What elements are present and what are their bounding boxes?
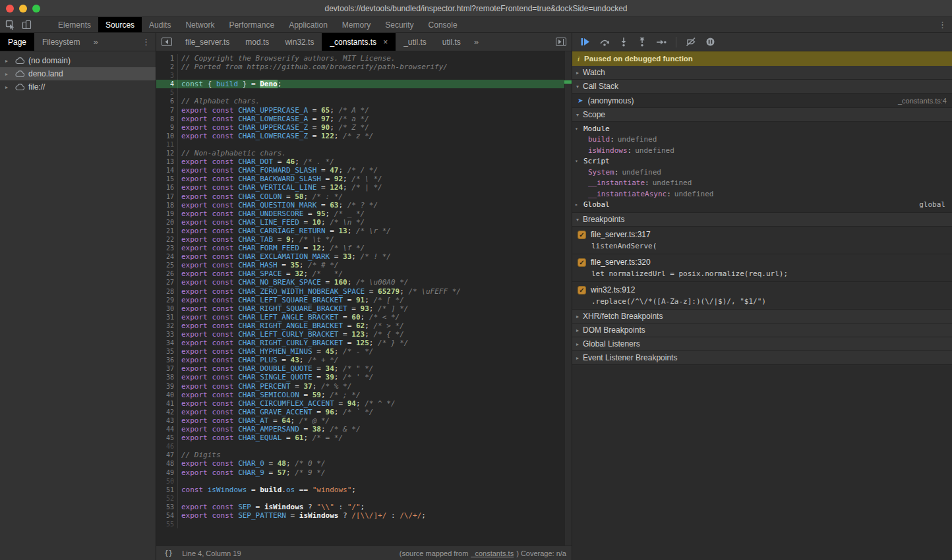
code-line-text[interactable]: export const CHAR_LINE_FEED = 10; /* \n … xyxy=(178,218,365,227)
line-number[interactable]: 55 xyxy=(156,520,178,528)
code-line-text[interactable]: export const CHAR_DOUBLE_QUOTE = 34; /* … xyxy=(178,364,373,373)
breakpoint-snippet[interactable]: listenAndServe( xyxy=(572,240,952,250)
breakpoint-checkbox[interactable]: ✓ xyxy=(578,231,586,239)
code-line-text[interactable]: export const CHAR_PERCENT = 37; /* % */ xyxy=(178,382,351,391)
code-line-text[interactable]: const isWindows = build.os == "windows"; xyxy=(178,486,356,494)
deactivate-breakpoints-icon[interactable] xyxy=(686,37,696,47)
line-number[interactable]: 5 xyxy=(156,88,178,97)
file-tab-util-ts[interactable]: _util.ts xyxy=(396,33,434,51)
line-number[interactable]: 21 xyxy=(156,227,178,235)
line-number[interactable]: 52 xyxy=(156,494,178,503)
code-line-text[interactable]: export const CHAR_NO_BREAK_SPACE = 160; … xyxy=(178,278,408,287)
file-tabs-overflow-icon[interactable]: » xyxy=(469,33,484,51)
file-tab-util-ts[interactable]: util.ts xyxy=(434,33,469,51)
main-tab-sources[interactable]: Sources xyxy=(98,17,142,32)
line-number[interactable]: 24 xyxy=(156,252,178,261)
section-call-stack[interactable]: ▾ Call Stack xyxy=(572,80,952,94)
section-dom-breakpoints[interactable]: ▸DOM Breakpoints xyxy=(572,323,952,337)
scope-variable[interactable]: System:undefined xyxy=(572,167,952,178)
code-line-text[interactable]: export const SEP_PATTERN = isWindows ? /… xyxy=(178,511,426,520)
line-number[interactable]: 4 xyxy=(156,80,178,88)
step-over-icon[interactable] xyxy=(599,37,610,47)
pretty-print-button[interactable]: {} xyxy=(162,548,175,558)
line-number[interactable]: 8 xyxy=(156,115,178,123)
code-line-text[interactable]: export const CHAR_EQUAL = 61; /* = */ xyxy=(178,434,343,442)
file-tab-file-server-ts[interactable]: file_server.ts xyxy=(177,33,237,51)
line-number[interactable]: 16 xyxy=(156,183,178,192)
breakpoint-snippet[interactable]: let normalizedUrl = posix.normalize(req.… xyxy=(572,267,952,278)
line-number[interactable]: 54 xyxy=(156,511,178,520)
line-number[interactable]: 13 xyxy=(156,157,178,166)
main-tab-network[interactable]: Network xyxy=(178,17,222,32)
line-number[interactable]: 43 xyxy=(156,416,178,425)
section-xhr-fetch-breakpoints[interactable]: ▸XHR/fetch Breakpoints xyxy=(572,310,952,323)
code-line-text[interactable]: export const CHAR_DOT = 46; /* . */ xyxy=(178,157,334,166)
code-line-text[interactable] xyxy=(178,88,181,97)
code-line-text[interactable]: export const CHAR_SPACE = 32; /* */ xyxy=(178,269,343,278)
tree-item-file[interactable]: ▸file:// xyxy=(0,80,156,94)
file-tab-constants-ts[interactable]: _constants.ts× xyxy=(322,33,396,51)
line-number[interactable]: 17 xyxy=(156,192,178,201)
line-number[interactable]: 49 xyxy=(156,468,178,477)
hide-navigator-icon[interactable] xyxy=(156,33,177,51)
file-tab-win32-ts[interactable]: win32.ts xyxy=(277,33,322,51)
main-tab-performance[interactable]: Performance xyxy=(222,17,282,32)
line-number[interactable]: 6 xyxy=(156,97,178,105)
code-line-text[interactable]: export const CHAR_LOWERCASE_Z = 122; /* … xyxy=(178,132,373,140)
code-line-text[interactable]: // Alphabet chars. xyxy=(178,97,260,105)
code-line-text[interactable]: export const CHAR_UPPERCASE_A = 65; /* A… xyxy=(178,106,369,115)
main-tab-memory[interactable]: Memory xyxy=(335,17,378,32)
section-breakpoints[interactable]: ▾ Breakpoints xyxy=(572,213,952,227)
source-map-link[interactable]: _constants.ts xyxy=(471,549,514,557)
section-watch[interactable]: ▸ Watch xyxy=(572,66,952,80)
line-number[interactable]: 23 xyxy=(156,244,178,252)
line-number[interactable]: 20 xyxy=(156,218,178,227)
code-line-text[interactable]: export const CHAR_GRAVE_ACCENT = 96; /* … xyxy=(178,408,373,416)
line-number[interactable]: 12 xyxy=(156,149,178,157)
code-line-text[interactable] xyxy=(178,494,181,503)
code-line-text[interactable]: export const CHAR_CARRIAGE_RETURN = 13; … xyxy=(178,227,391,235)
code-line-text[interactable]: export const CHAR_AMPERSAND = 38; /* & *… xyxy=(178,425,361,434)
code-line-text[interactable]: export const CHAR_9 = 57; /* 9 */ xyxy=(178,468,326,477)
code-line-text[interactable]: export const CHAR_SINGLE_QUOTE = 39; /* … xyxy=(178,373,373,381)
main-tab-console[interactable]: Console xyxy=(421,17,465,32)
line-number[interactable]: 27 xyxy=(156,278,178,287)
line-number[interactable]: 22 xyxy=(156,235,178,244)
scope-group-module[interactable]: ▾Module xyxy=(572,123,952,134)
code-line-text[interactable]: export const CHAR_HYPHEN_MINUS = 45; /* … xyxy=(178,347,373,356)
code-line-text[interactable]: export const CHAR_LOWERCASE_A = 97; /* a… xyxy=(178,115,369,123)
editor-scrollbar[interactable] xyxy=(564,51,572,546)
breakpoint-location[interactable]: win32.ts:912 xyxy=(591,285,635,294)
line-number[interactable]: 28 xyxy=(156,287,178,296)
line-number[interactable]: 39 xyxy=(156,382,178,391)
code-line-text[interactable]: export const CHAR_COLON = 58; /* : */ xyxy=(178,192,343,201)
step-out-icon[interactable] xyxy=(638,37,647,47)
scope-variable[interactable]: build:undefined xyxy=(572,134,952,146)
code-line-text[interactable]: // Digits xyxy=(178,451,221,459)
code-line-text[interactable]: export const CHAR_HASH = 35; /* # */ xyxy=(178,261,338,269)
tree-item-no-domain[interactable]: ▸(no domain) xyxy=(0,54,156,67)
code-line-text[interactable]: export const CHAR_PLUS = 43; /* + */ xyxy=(178,356,338,364)
line-number[interactable]: 46 xyxy=(156,442,178,451)
line-number[interactable]: 48 xyxy=(156,459,178,468)
step-into-icon[interactable] xyxy=(619,37,628,47)
show-debugger-panel-icon[interactable] xyxy=(550,33,572,51)
more-menu-icon[interactable]: ⋮ xyxy=(938,20,947,29)
code-line-text[interactable]: export const CHAR_LEFT_SQUARE_BRACKET = … xyxy=(178,296,404,304)
line-number[interactable]: 14 xyxy=(156,166,178,175)
line-number[interactable]: 26 xyxy=(156,269,178,278)
code-line-text[interactable]: export const CHAR_CIRCUMFLEX_ACCENT = 94… xyxy=(178,399,396,408)
line-number[interactable]: 51 xyxy=(156,486,178,494)
code-line-text[interactable]: export const CHAR_UPPERCASE_Z = 90; /* Z… xyxy=(178,123,369,132)
main-tab-elements[interactable]: Elements xyxy=(51,17,98,32)
call-stack-frame[interactable]: ➤(anonymous)_constants.ts:4 xyxy=(572,94,952,107)
line-number[interactable]: 34 xyxy=(156,339,178,347)
file-tab-mod-ts[interactable]: mod.ts xyxy=(237,33,277,51)
line-number[interactable]: 33 xyxy=(156,330,178,339)
code-line-text[interactable]: // Non-alphabetic chars. xyxy=(178,149,286,157)
line-number[interactable]: 18 xyxy=(156,201,178,210)
code-line-text[interactable]: export const CHAR_TAB = 9; /* \t */ xyxy=(178,235,334,244)
line-number[interactable]: 15 xyxy=(156,175,178,183)
device-toolbar-icon[interactable] xyxy=(22,20,32,30)
main-tab-security[interactable]: Security xyxy=(378,17,421,32)
